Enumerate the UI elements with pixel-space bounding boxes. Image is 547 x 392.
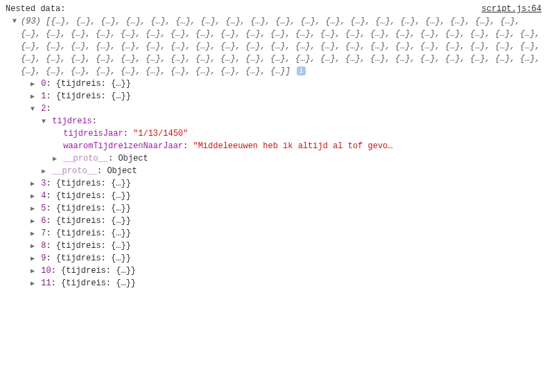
expand-arrow-icon[interactable]: ▶ [29, 229, 36, 239]
item-preview: {tijdreis: {…}} [56, 241, 131, 251]
array-summary-row[interactable]: ▼ (93) [{…}, {…}, {…}, {…}, {…}, {…}, {…… [6, 15, 541, 78]
proto-value: Object [107, 166, 137, 176]
array-item-11[interactable]: ▶ 11: {tijdreis: {…}} [6, 277, 541, 289]
property-key: tijdreis [52, 116, 92, 126]
item-preview: {tijdreis: {…}} [61, 266, 136, 276]
expand-arrow-icon[interactable]: ▼ [6, 15, 21, 26]
expand-arrow-icon[interactable]: ▶ [29, 266, 36, 276]
expand-arrow-icon[interactable]: ▶ [29, 79, 36, 89]
log-label: Nested data: [6, 3, 65, 15]
expand-arrow-icon[interactable]: ▼ [40, 116, 47, 127]
object-field-jaar[interactable]: ▶ tijdreisJaar: "1/13/1450" [6, 127, 541, 140]
array-item-8[interactable]: ▶ 8: {tijdreis: {…}} [6, 240, 541, 252]
object-proto-inner[interactable]: ▶ __proto__: Object [6, 152, 541, 165]
expand-arrow-icon[interactable]: ▶ [29, 204, 36, 214]
array-summary: (93) [{…}, {…}, {…}, {…}, {…}, {…}, {…},… [21, 15, 541, 78]
field-key: tijdreisJaar [63, 129, 123, 139]
expand-arrow-icon[interactable]: ▶ [40, 166, 47, 177]
item-preview: {tijdreis: {…}} [56, 179, 131, 188]
item-preview: {tijdreis: {…}} [56, 216, 131, 226]
object-property-tijdreis[interactable]: ▼ tijdreis: [6, 115, 541, 127]
expand-arrow-icon[interactable]: ▶ [29, 216, 36, 226]
array-item-7[interactable]: ▶ 7: {tijdreis: {…}} [6, 227, 541, 240]
field-value: "1/13/1450" [133, 129, 188, 139]
array-item-0[interactable]: ▶ 0: {tijdreis: {…}} [6, 78, 541, 90]
proto-key: __proto__ [63, 154, 108, 163]
info-icon[interactable]: i [297, 66, 306, 75]
item-index: 11 [41, 278, 51, 288]
proto-value: Object [118, 154, 148, 163]
expand-arrow-icon[interactable]: ▶ [29, 179, 36, 189]
expand-arrow-icon[interactable]: ▶ [29, 191, 36, 202]
item-index: 10 [41, 266, 51, 276]
array-item-9[interactable]: ▶ 9: {tijdreis: {…}} [6, 252, 541, 265]
item-preview: {tijdreis: {…}} [56, 191, 131, 201]
array-preview: [{…}, {…}, {…}, {…}, {…}, {…}, {…}, {…},… [21, 17, 540, 76]
item-preview: {tijdreis: {…}} [56, 79, 131, 89]
array-item-1[interactable]: ▶ 1: {tijdreis: {…}} [6, 90, 541, 103]
array-item-2[interactable]: ▼ 2: [6, 103, 541, 115]
array-item-4[interactable]: ▶ 4: {tijdreis: {…}} [6, 190, 541, 202]
item-preview: {tijdreis: {…}} [56, 229, 131, 238]
proto-key: __proto__ [52, 166, 97, 176]
object-proto-outer[interactable]: ▶ __proto__: Object [6, 165, 541, 177]
console-log-header: Nested data: script.js:64 [6, 3, 541, 15]
expand-arrow-icon[interactable]: ▶ [29, 253, 36, 264]
item-preview: {tijdreis: {…}} [61, 278, 136, 288]
object-field-waarom[interactable]: ▶ waaromTijdreizenNaarJaar: "Middeleeuwe… [6, 140, 541, 152]
item-preview: {tijdreis: {…}} [56, 91, 131, 101]
expand-arrow-icon[interactable]: ▼ [29, 104, 36, 114]
item-preview: {tijdreis: {…}} [56, 204, 131, 213]
expand-arrow-icon[interactable]: ▶ [29, 278, 36, 289]
field-key: waaromTijdreizenNaarJaar [63, 141, 183, 151]
expand-arrow-icon[interactable]: ▶ [29, 241, 36, 251]
object-tree: ▶ 0: {tijdreis: {…}} ▶ 1: {tijdreis: {…}… [6, 78, 541, 289]
source-link[interactable]: script.js:64 [482, 3, 541, 15]
expand-arrow-icon[interactable]: ▶ [51, 154, 58, 164]
field-value: "Middeleeuwen heb ik altijd al tof gevo… [193, 141, 392, 151]
array-item-5[interactable]: ▶ 5: {tijdreis: {…}} [6, 202, 541, 215]
item-preview: {tijdreis: {…}} [56, 253, 131, 263]
array-item-10[interactable]: ▶ 10: {tijdreis: {…}} [6, 265, 541, 277]
array-item-6[interactable]: ▶ 6: {tijdreis: {…}} [6, 215, 541, 227]
array-item-3[interactable]: ▶ 3: {tijdreis: {…}} [6, 177, 541, 190]
expand-arrow-icon[interactable]: ▶ [29, 91, 36, 102]
array-length: (93) [21, 17, 41, 26]
